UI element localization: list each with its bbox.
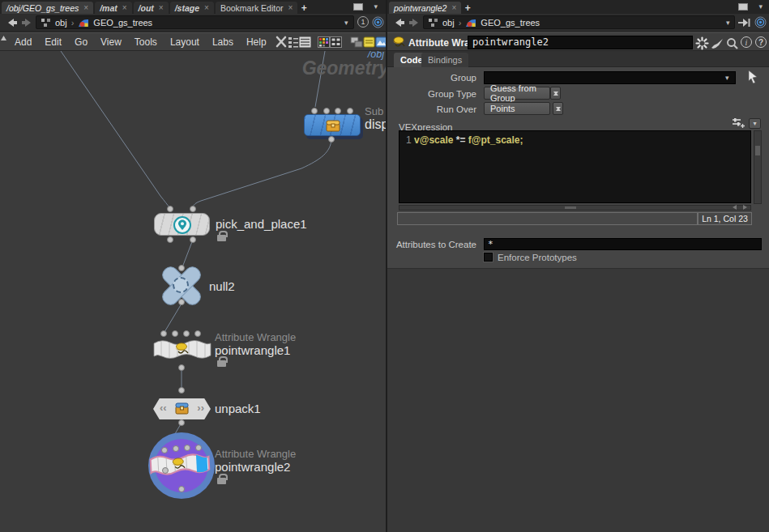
breadcrumb: obj › GEO_gs_trees (36, 15, 354, 29)
pane-tab-bookmark-editor[interactable]: Bookmark Editor × (216, 2, 297, 14)
pane-tab-network[interactable]: /obj/GEO_gs_trees × (2, 2, 93, 14)
back-button[interactable] (394, 18, 405, 28)
group-type-stepper[interactable] (550, 87, 561, 100)
breadcrumb: obj › GEO_gs_trees (423, 15, 735, 29)
gear-icon[interactable] (694, 36, 709, 50)
node-subnet[interactable] (304, 114, 361, 136)
forward-button[interactable] (408, 18, 420, 28)
tab-label: Bookmark Editor (220, 3, 284, 13)
path-dropdown-icon[interactable]: ▾ (726, 19, 730, 27)
menu-view[interactable]: View (94, 36, 128, 48)
color-palette-icon[interactable] (318, 35, 330, 49)
group-input[interactable] (484, 71, 736, 84)
maximize-pane-icon[interactable] (353, 3, 363, 11)
radial-menu-icon[interactable] (372, 16, 384, 28)
wrangle-icon (169, 457, 187, 472)
info-icon[interactable]: i (741, 36, 752, 48)
output-dot (178, 299, 185, 305)
node-name-label: disp (365, 117, 386, 132)
search-icon[interactable] (725, 36, 740, 50)
help-icon[interactable]: ? (755, 36, 767, 48)
input-dot (335, 108, 341, 114)
attributes-to-create-label: Attributes to Create (387, 240, 476, 249)
group-dropdown-icon[interactable]: ▾ (725, 74, 729, 82)
back-button[interactable] (6, 18, 18, 28)
node-pointwrangle1[interactable] (152, 336, 212, 364)
breadcrumb-network[interactable]: GEO_gs_trees (481, 18, 540, 28)
hscroll-right-arrow-icon[interactable] (741, 204, 749, 211)
hscroll-left-arrow-icon[interactable] (731, 204, 738, 211)
path-dropdown-icon[interactable]: ▾ (344, 19, 348, 27)
pane-tab-pointwrangle2[interactable]: pointwrangle2 × (389, 2, 461, 14)
new-tab-button[interactable]: + (298, 2, 310, 14)
chevrons-right-icon: ›› (197, 402, 204, 414)
output-dot (178, 419, 185, 426)
layout-windows-icon[interactable] (350, 35, 363, 49)
group-label: Group (387, 73, 476, 83)
network-root-icon (428, 18, 438, 28)
pick-and-place-icon (173, 216, 191, 234)
input-dot (160, 330, 167, 337)
node-name-label: pick_and_place1 (216, 217, 307, 231)
pane-tab-mat[interactable]: /mat × (95, 2, 131, 14)
pane-tab-stage[interactable]: /stage × (170, 2, 214, 14)
enforce-prototypes-checkbox[interactable] (484, 253, 493, 262)
vex-menu-dropdown-icon[interactable]: ▾ (749, 118, 761, 129)
brush-icon[interactable] (710, 36, 724, 51)
breadcrumb-network[interactable]: GEO_gs_trees (93, 18, 152, 28)
breadcrumb-root[interactable]: obj (442, 18, 455, 28)
editor-vscrollbar[interactable] (754, 130, 762, 204)
editor-hscrollbar[interactable] (399, 205, 751, 211)
menu-add[interactable]: Add (8, 36, 38, 48)
open-in-editor-icon[interactable] (731, 117, 746, 129)
network-canvas[interactable]: /obj Geometry Sub disp (0, 51, 386, 532)
forward-button[interactable] (21, 18, 32, 28)
pane-tab-out[interactable]: /out × (134, 2, 169, 14)
close-icon[interactable]: × (122, 4, 127, 12)
node-name-field[interactable]: pointwrangle2 (468, 36, 693, 49)
network-overview-icon[interactable] (288, 35, 299, 49)
output-dot (167, 236, 173, 243)
menu-go[interactable]: Go (68, 36, 94, 48)
shape-palette-icon[interactable] (330, 35, 342, 49)
vex-code-editor[interactable]: 1 v@scale *= f@pt_scale; (399, 130, 751, 203)
menu-layout[interactable]: Layout (164, 36, 206, 48)
pane-menu-dropdown-icon[interactable]: ▾ (758, 2, 763, 11)
pane-resize-handle[interactable] (0, 33, 7, 43)
sticky-note-icon[interactable] (363, 35, 375, 49)
close-icon[interactable]: × (159, 4, 164, 12)
history-count-badge[interactable]: 1 (357, 16, 369, 28)
list-view-icon[interactable] (299, 35, 311, 49)
group-type-select[interactable]: Guess from Group (484, 87, 550, 100)
lock-icon (217, 478, 226, 484)
close-icon[interactable]: × (451, 4, 456, 12)
tab-bindings[interactable]: Bindings (421, 53, 468, 67)
radial-menu-icon[interactable] (754, 16, 767, 28)
close-icon[interactable]: × (83, 4, 88, 12)
tab-label: /out (139, 3, 154, 13)
menu-help[interactable]: Help (240, 36, 273, 48)
maximize-pane-icon[interactable] (738, 3, 748, 11)
close-icon[interactable]: × (204, 4, 209, 12)
group-select-arrow-icon[interactable] (746, 70, 759, 84)
parameters-pane: pointwrangle2 × + ▾ obj › (387, 0, 769, 532)
attributes-to-create-input[interactable]: * (484, 238, 762, 250)
breadcrumb-root[interactable]: obj (55, 18, 67, 28)
input-dot (183, 330, 190, 337)
new-tab-button[interactable]: + (462, 2, 473, 14)
node-name-label: null2 (209, 279, 235, 293)
menu-labs[interactable]: Labs (206, 36, 240, 48)
pane-menu-dropdown-icon[interactable]: ▾ (374, 2, 378, 11)
run-over-select[interactable]: Points (484, 102, 550, 115)
menu-edit[interactable]: Edit (38, 36, 68, 48)
node-pick-and-place1[interactable] (154, 213, 210, 236)
close-icon[interactable]: × (288, 4, 293, 12)
menu-tools[interactable]: Tools (128, 36, 164, 48)
output-dot (178, 364, 185, 371)
node-pointwrangle2[interactable] (148, 449, 211, 481)
cursor-position-status: Ln 1, Col 23 (698, 212, 752, 225)
run-over-stepper[interactable] (553, 102, 563, 115)
pin-icon[interactable] (737, 18, 751, 28)
node-unpack1[interactable]: ‹‹ ›› (153, 398, 211, 419)
tools-icon[interactable] (275, 35, 288, 49)
